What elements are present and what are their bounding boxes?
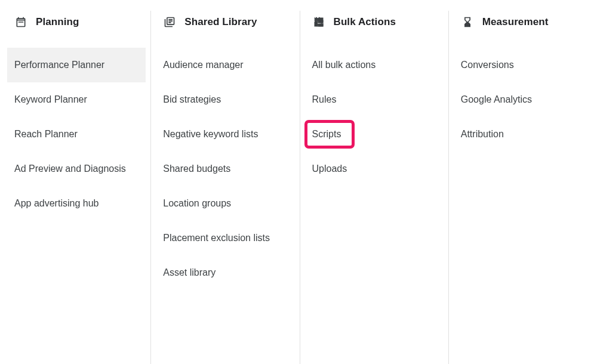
menu-item-label: Uploads — [312, 164, 347, 174]
menu-item-rules[interactable]: Rules — [305, 82, 444, 117]
menu-list-planning: Performance Planner Keyword Planner Reac… — [7, 39, 146, 221]
menu-item-audience-manager[interactable]: Audience manager — [156, 48, 294, 82]
column-measurement: Measurement Conversions Google Analytics… — [449, 11, 597, 364]
menu-item-label: Placement exclusion lists — [163, 233, 270, 243]
menu-item-conversions[interactable]: Conversions — [454, 48, 592, 82]
menu-item-label: Shared budgets — [163, 164, 230, 174]
hourglass-icon — [461, 16, 474, 29]
menu-item-ad-preview[interactable]: Ad Preview and Diagnosis — [7, 152, 146, 186]
column-header-measurement: Measurement — [454, 11, 592, 39]
menu-item-attribution[interactable]: Attribution — [454, 117, 592, 152]
tools-menu: Planning Performance Planner Keyword Pla… — [0, 0, 597, 364]
column-title: Bulk Actions — [334, 16, 396, 28]
menu-item-label: Bid strategies — [163, 94, 221, 104]
menu-item-shared-budgets[interactable]: Shared budgets — [156, 152, 294, 186]
menu-item-label: Negative keyword lists — [163, 129, 258, 139]
column-shared-library: Shared Library Audience manager Bid stra… — [151, 11, 300, 364]
menu-item-label: Audience manager — [163, 60, 243, 70]
bulk-icon — [312, 16, 325, 29]
column-planning: Planning Performance Planner Keyword Pla… — [0, 11, 151, 364]
menu-item-scripts[interactable]: Scripts — [305, 121, 355, 148]
menu-item-label: Asset library — [163, 267, 216, 277]
menu-item-label: Ad Preview and Diagnosis — [14, 164, 126, 174]
column-header-bulk-actions: Bulk Actions — [305, 11, 444, 39]
calendar-icon — [14, 16, 27, 29]
menu-item-location-groups[interactable]: Location groups — [156, 186, 294, 221]
column-title: Measurement — [482, 16, 549, 28]
menu-item-keyword-planner[interactable]: Keyword Planner — [7, 82, 146, 117]
menu-item-asset-library[interactable]: Asset library — [156, 255, 294, 290]
column-header-planning: Planning — [7, 11, 146, 39]
menu-item-label: Location groups — [163, 198, 231, 208]
menu-item-negative-keyword-lists[interactable]: Negative keyword lists — [156, 117, 294, 152]
menu-item-label: All bulk actions — [312, 60, 376, 70]
menu-list-measurement: Conversions Google Analytics Attribution — [454, 39, 592, 152]
column-title: Shared Library — [184, 16, 257, 28]
menu-item-app-advertising-hub[interactable]: App advertising hub — [7, 186, 146, 221]
menu-list-bulk-actions: All bulk actions Rules Scripts Uploads — [305, 39, 444, 186]
menu-item-google-analytics[interactable]: Google Analytics — [454, 82, 592, 117]
menu-item-label: App advertising hub — [14, 198, 99, 208]
column-header-shared-library: Shared Library — [156, 11, 294, 39]
menu-item-placement-exclusion-lists[interactable]: Placement exclusion lists — [156, 221, 294, 255]
menu-item-bid-strategies[interactable]: Bid strategies — [156, 82, 294, 117]
menu-item-all-bulk-actions[interactable]: All bulk actions — [305, 48, 444, 82]
menu-item-label: Reach Planner — [14, 129, 78, 139]
menu-item-label: Scripts — [312, 129, 341, 139]
menu-item-label: Google Analytics — [461, 94, 532, 104]
menu-item-label: Keyword Planner — [14, 94, 87, 104]
library-icon — [163, 16, 176, 29]
menu-item-performance-planner[interactable]: Performance Planner — [7, 48, 146, 82]
column-bulk-actions: Bulk Actions All bulk actions Rules Scri… — [300, 11, 449, 364]
menu-item-label: Conversions — [461, 60, 514, 70]
menu-item-label: Performance Planner — [14, 60, 104, 70]
menu-item-uploads[interactable]: Uploads — [305, 152, 444, 186]
menu-item-reach-planner[interactable]: Reach Planner — [7, 117, 146, 152]
column-title: Planning — [36, 16, 79, 28]
menu-item-label: Rules — [312, 94, 337, 104]
menu-list-shared-library: Audience manager Bid strategies Negative… — [156, 39, 294, 290]
menu-item-label: Attribution — [461, 129, 504, 139]
